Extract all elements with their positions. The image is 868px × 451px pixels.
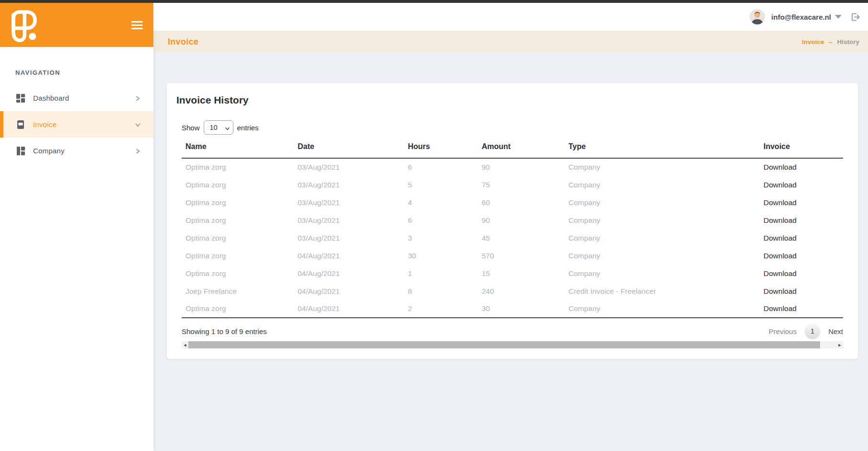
entries-length-control: Show 10 entries	[182, 120, 843, 135]
breadcrumb-invoice[interactable]: Invoice	[802, 38, 824, 46]
breadcrumb-separator: –	[829, 38, 833, 46]
download-link[interactable]: Download	[764, 234, 797, 242]
scroll-left-arrow-icon[interactable]: ◄	[182, 341, 188, 348]
download-link[interactable]: Download	[764, 287, 797, 295]
header-amount[interactable]: Amount	[478, 140, 565, 158]
table-row: Optima zorg 03/Aug/2021 6 90 Company Dow…	[182, 158, 843, 176]
cell-amount: 45	[478, 229, 565, 247]
cell-hours: 3	[404, 229, 478, 247]
sidebar-item-company[interactable]: Company	[0, 138, 153, 164]
cell-name: Optima zorg	[182, 247, 294, 265]
table-row: Optima zorg 03/Aug/2021 3 45 Company Dow…	[182, 229, 843, 247]
chevron-right-icon	[135, 148, 141, 154]
sidebar-logo-block	[0, 3, 153, 47]
cell-date: 03/Aug/2021	[294, 176, 404, 194]
header-type[interactable]: Type	[565, 140, 760, 158]
show-label: Show	[182, 124, 200, 132]
sidebar-item-label: Invoice	[33, 120, 135, 128]
caret-down-icon[interactable]	[835, 15, 842, 19]
download-link[interactable]: Download	[764, 181, 797, 189]
cell-name: Joep Freelance	[182, 282, 294, 300]
cell-hours: 1	[404, 265, 478, 282]
card-title: Invoice History	[176, 94, 850, 106]
download-link[interactable]: Download	[764, 216, 797, 224]
cell-type: Company	[565, 194, 760, 211]
table-row: Optima zorg 03/Aug/2021 4 60 Company Dow…	[182, 194, 843, 211]
download-link[interactable]: Download	[764, 198, 797, 207]
user-email-menu[interactable]: info@flexacare.nl	[771, 13, 831, 21]
scroll-right-arrow-icon[interactable]: ►	[836, 341, 843, 348]
cell-date: 03/Aug/2021	[294, 211, 404, 229]
sidebar-item-invoice[interactable]: Invoice	[0, 111, 153, 138]
page-number-button[interactable]: 1	[805, 324, 820, 338]
pagination: Previous 1 Next	[769, 324, 843, 338]
entries-select[interactable]: 10	[204, 120, 233, 135]
cell-hours: 6	[404, 211, 478, 229]
cell-amount: 60	[478, 194, 565, 211]
cell-type: Company	[565, 211, 760, 229]
download-link[interactable]: Download	[764, 304, 797, 312]
cell-type: Credit Invoice - Freelancer	[565, 282, 760, 300]
header-date[interactable]: Date	[294, 140, 404, 158]
cell-type: Company	[565, 247, 760, 265]
header-hours[interactable]: Hours	[404, 140, 478, 158]
table-row: Joep Freelance 04/Aug/2021 8 240 Credit …	[182, 282, 843, 300]
table-row: Optima zorg 03/Aug/2021 5 75 Company Dow…	[182, 176, 843, 194]
invoice-icon	[16, 120, 25, 129]
flexacare-logo[interactable]	[8, 8, 42, 42]
topbar: info@flexacare.nl	[153, 3, 868, 31]
table-row: Optima zorg 04/Aug/2021 1 15 Company Dow…	[182, 265, 843, 282]
download-link[interactable]: Download	[764, 269, 797, 278]
table-header-row: Name Date Hours Amount Type Invoice	[182, 140, 843, 158]
cell-amount: 240	[478, 282, 565, 300]
table-row: Optima zorg 04/Aug/2021 30 570 Company D…	[182, 247, 843, 265]
cell-name: Optima zorg	[182, 211, 294, 229]
cell-name: Optima zorg	[182, 265, 294, 282]
menu-toggle-icon[interactable]	[131, 17, 143, 33]
cell-date: 04/Aug/2021	[294, 247, 404, 265]
table-zone: Show 10 entries Name Date Hours	[182, 120, 843, 348]
pagebar: Invoice Invoice – History	[153, 31, 868, 53]
breadcrumb-history: History	[837, 38, 859, 46]
scrollbar-track[interactable]	[188, 341, 836, 348]
main-content: Invoice History Show 10 entries Name	[153, 53, 868, 451]
cell-amount: 90	[478, 211, 565, 229]
cell-amount: 75	[478, 176, 565, 194]
header-name[interactable]: Name	[182, 140, 294, 158]
nav-section-label: NAVIGATION	[15, 69, 153, 76]
previous-page-button[interactable]: Previous	[769, 327, 797, 335]
cell-amount: 30	[478, 300, 565, 318]
header-invoice[interactable]: Invoice	[760, 140, 843, 158]
page-title: Invoice	[168, 37, 198, 47]
cell-name: Optima zorg	[182, 158, 294, 176]
download-link[interactable]: Download	[764, 163, 797, 171]
sidebar-item-dashboard[interactable]: Dashboard	[0, 85, 153, 111]
user-avatar[interactable]	[750, 9, 765, 24]
sidebar-item-label: Dashboard	[33, 94, 135, 102]
table-footer: Showing 1 to 9 of 9 entries Previous 1 N…	[182, 324, 843, 338]
cell-type: Company	[565, 265, 760, 282]
logout-icon[interactable]	[850, 12, 860, 22]
cell-date: 03/Aug/2021	[294, 158, 404, 176]
window-top-strip	[0, 0, 868, 3]
sidebar-item-label: Company	[33, 147, 135, 155]
chevron-down-icon	[135, 121, 141, 127]
breadcrumb: Invoice – History	[802, 38, 859, 46]
cell-amount: 90	[478, 158, 565, 176]
chevron-right-icon	[135, 95, 141, 101]
cell-type: Company	[565, 300, 760, 318]
download-link[interactable]: Download	[764, 252, 797, 260]
cell-hours: 5	[404, 176, 478, 194]
company-icon	[16, 147, 25, 155]
cell-name: Optima zorg	[182, 194, 294, 211]
invoice-history-table: Name Date Hours Amount Type Invoice Opti…	[182, 140, 843, 318]
cell-name: Optima zorg	[182, 300, 294, 318]
cell-hours: 8	[404, 282, 478, 300]
dashboard-icon	[16, 94, 25, 103]
cell-amount: 570	[478, 247, 565, 265]
next-page-button[interactable]: Next	[828, 327, 843, 335]
cell-name: Optima zorg	[182, 229, 294, 247]
cell-type: Company	[565, 229, 760, 247]
entries-summary: Showing 1 to 9 of 9 entries	[182, 327, 267, 335]
scrollbar-thumb[interactable]	[188, 341, 820, 348]
